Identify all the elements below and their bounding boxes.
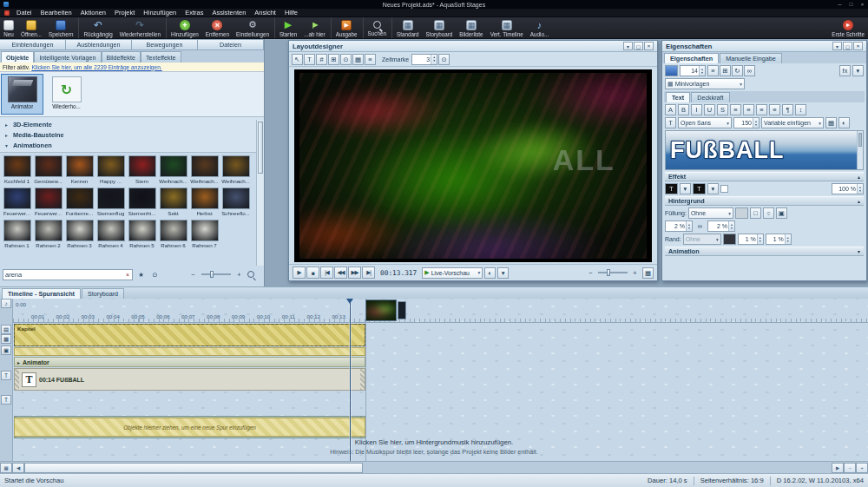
shape-rounded-icon[interactable]: ▣ bbox=[776, 207, 787, 219]
template-thumbnail[interactable]: Stern bbox=[127, 155, 157, 184]
timeline-ruler[interactable]: 00:01 00:02 00:03 00:04 00:05 00:06 00:0… bbox=[13, 311, 868, 323]
tree-node[interactable]: ▾ Animationen bbox=[0, 140, 264, 150]
bold-icon[interactable]: B bbox=[678, 104, 689, 115]
skip-end-button[interactable]: ▶| bbox=[362, 267, 375, 279]
object-item[interactable]: Animator bbox=[2, 75, 43, 114]
track-animator-icon[interactable]: ▣ bbox=[1, 346, 11, 355]
preview-stage[interactable]: ALL bbox=[294, 69, 652, 262]
collapse-track-icon[interactable]: ▸ bbox=[17, 359, 20, 365]
play-button[interactable]: ▶ bbox=[293, 267, 306, 279]
preview-magnifier-icon[interactable] bbox=[247, 271, 254, 278]
object-tab[interactable]: Objekte bbox=[1, 51, 34, 63]
template-thumbnail[interactable]: Sekt bbox=[158, 188, 188, 216]
strike-icon[interactable]: S bbox=[717, 104, 728, 115]
track-video-icon[interactable]: ▤ bbox=[1, 325, 11, 334]
tree-node[interactable]: ▸ Media-Bausteine bbox=[0, 129, 264, 140]
italic-icon[interactable]: I bbox=[691, 104, 702, 115]
object-size-spinner[interactable]: 14 ▲▼ bbox=[680, 65, 706, 76]
properties-tab[interactable]: Eigenschaften bbox=[664, 53, 719, 63]
menu-item[interactable]: Projekt bbox=[110, 9, 139, 16]
toolbar-button[interactable]: Speichern bbox=[45, 17, 79, 38]
timeline[interactable]: 0:00 00:01 00:02 00:03 00:04 00:05 00:06… bbox=[0, 299, 868, 461]
close-icon[interactable]: × bbox=[857, 1, 868, 9]
underline-icon[interactable]: U bbox=[704, 104, 715, 115]
template-thumbnail[interactable]: Sternenhi... bbox=[127, 188, 157, 216]
menu-item[interactable]: Assistenten bbox=[208, 9, 251, 16]
font-color-icon[interactable]: A bbox=[665, 104, 676, 115]
music-track-hint[interactable]: Klicken Sie hier, um Hintergrundmusik hi… bbox=[0, 438, 868, 446]
text-fill-color-swatch[interactable]: T bbox=[665, 183, 678, 194]
chapter-track-clip[interactable]: Kapitel bbox=[14, 324, 365, 346]
position-icon[interactable]: ⊞ bbox=[720, 65, 731, 76]
align-justify-icon[interactable]: ≡ bbox=[769, 104, 780, 115]
template-thumbnail[interactable]: Rahmen 4 bbox=[95, 220, 126, 248]
object-tab[interactable]: Bildeffekte bbox=[102, 51, 141, 63]
object-color-swatch[interactable] bbox=[665, 65, 678, 76]
timeline-zoom-in-icon[interactable]: + bbox=[856, 463, 868, 473]
template-thumbnail[interactable]: Funkenre... bbox=[64, 188, 95, 216]
font-size-spinner[interactable]: 150 ▲▼ bbox=[733, 117, 760, 128]
menu-item[interactable]: Hinzufügen bbox=[139, 9, 181, 16]
bg-offset-x-spinner[interactable]: 2 % ▲▼ bbox=[665, 220, 693, 232]
menu-item[interactable]: Datei bbox=[12, 9, 36, 16]
layout-designer-titlebar[interactable]: Layoutdesigner ▾ ◻ × bbox=[289, 41, 657, 52]
close-panel-icon[interactable]: × bbox=[853, 42, 863, 50]
guides-icon[interactable]: ≡ bbox=[365, 54, 376, 65]
dock-menu-icon[interactable]: ▾ bbox=[623, 42, 633, 50]
search-input[interactable] bbox=[5, 271, 125, 279]
link-icon[interactable]: ∞ bbox=[744, 65, 755, 76]
template-thumbnail[interactable]: Rahmen 2 bbox=[33, 220, 63, 248]
filter-reset-link[interactable]: Klicken Sie hier, um alle 2239 Einträge … bbox=[31, 64, 161, 70]
template-thumbnail[interactable]: Weihnach... bbox=[220, 155, 251, 184]
fuellung-dropdown[interactable]: Ohne ▾ bbox=[688, 207, 733, 219]
toolbar-button[interactable]: Ausgabe bbox=[332, 17, 364, 38]
toolbar-button[interactable]: Bilderliste bbox=[456, 17, 486, 38]
help-button[interactable]: Erste Schritte bbox=[828, 17, 868, 38]
more-options-icon[interactable]: ▾ bbox=[497, 267, 509, 279]
toolbox-tab[interactable]: Ausblendungen bbox=[66, 39, 132, 50]
clock-icon[interactable]: ⊙ bbox=[438, 54, 450, 65]
text-outline-menu-icon[interactable]: ▾ bbox=[707, 183, 719, 194]
text-preview-box[interactable]: FUßBALL bbox=[665, 130, 864, 170]
preview-mode-dropdown[interactable]: ▶ Live-Vorschau ▾ bbox=[422, 267, 483, 279]
text-section-tab[interactable]: Deckkraft bbox=[691, 92, 729, 102]
rand-x-spinner[interactable]: 1 % ▲▼ bbox=[738, 234, 764, 245]
template-thumbnail[interactable]: Weihnach... bbox=[158, 155, 188, 184]
toolbar-button[interactable]: Standard bbox=[393, 17, 423, 38]
template-thumbnail[interactable]: Kochfeld 1 bbox=[2, 155, 32, 184]
rand-color-swatch[interactable] bbox=[723, 234, 736, 245]
toolbar-button[interactable]: Suchen bbox=[365, 17, 392, 38]
scroll-left-icon[interactable]: ◀ bbox=[12, 463, 24, 473]
paragraph-icon[interactable]: ¶ bbox=[782, 104, 793, 115]
tree-expand-icon[interactable]: ▸ bbox=[5, 122, 10, 128]
text-grid-icon[interactable]: ▦ bbox=[825, 117, 837, 128]
step-forward-button[interactable]: ▶▶ bbox=[348, 267, 361, 279]
step-back-button[interactable]: ◀◀ bbox=[334, 267, 347, 279]
scroll-right-icon[interactable]: ▶ bbox=[832, 463, 844, 473]
dock-menu-icon[interactable]: ▾ bbox=[832, 42, 842, 50]
toolbox-tab[interactable]: Einblendungen bbox=[0, 39, 66, 50]
template-thumbnail[interactable]: Schneeflo... bbox=[220, 188, 251, 216]
bg-offset-y-spinner[interactable]: 2 % ▲▼ bbox=[707, 220, 735, 232]
text-clip[interactable]: T 00:14 FUßBALL bbox=[14, 368, 365, 391]
text-contrast-icon[interactable]: ◐ bbox=[838, 117, 850, 128]
toolbar-button[interactable]: Öffnen... bbox=[17, 17, 45, 38]
stage-zoom-slider[interactable] bbox=[598, 272, 628, 273]
fill-color-swatch[interactable] bbox=[735, 207, 748, 219]
render-options-icon[interactable]: ◐ bbox=[484, 267, 496, 279]
template-thumbnail[interactable]: Rahmen 1 bbox=[2, 220, 32, 248]
app-menu-icon[interactable] bbox=[4, 10, 10, 16]
align-left-icon[interactable]: ≡ bbox=[730, 104, 741, 115]
text-section-tab[interactable]: Text bbox=[666, 92, 690, 102]
rand-dropdown[interactable]: Ohne ▾ bbox=[683, 234, 721, 245]
template-thumbnail[interactable]: Happy ... bbox=[95, 155, 126, 184]
grid-icon[interactable]: # bbox=[316, 54, 327, 65]
animator-group-header[interactable]: ▸ Animator bbox=[14, 357, 365, 367]
align-center-icon[interactable]: ≡ bbox=[743, 104, 754, 115]
timeline-zoom-out-icon[interactable]: − bbox=[844, 463, 856, 473]
text-fill-menu-icon[interactable]: ▾ bbox=[680, 183, 691, 194]
text-tool-icon[interactable]: T bbox=[304, 54, 315, 65]
tree-expand-icon[interactable]: ▾ bbox=[5, 142, 10, 148]
stop-button[interactable]: ■ bbox=[306, 267, 319, 279]
template-thumbnail[interactable]: Feuerwer... bbox=[33, 188, 63, 216]
